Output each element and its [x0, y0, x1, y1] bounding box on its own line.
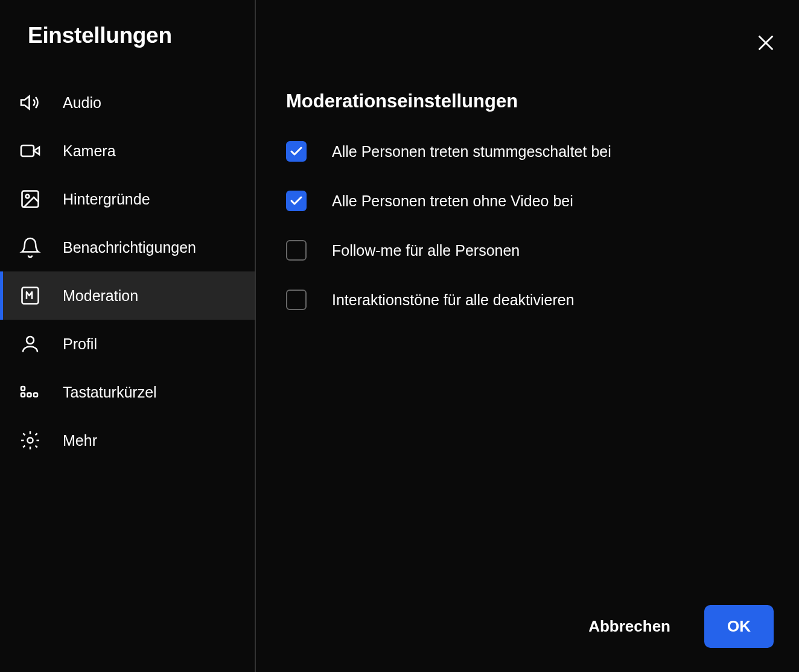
- sidebar-item-label: Benachrichtigungen: [63, 239, 196, 256]
- main-panel: Moderationseinstellungen Alle Personen t…: [256, 0, 799, 672]
- sidebar-item-label: Mehr: [63, 432, 97, 449]
- section-title: Moderationseinstellungen: [286, 90, 769, 112]
- moderation-icon: [19, 285, 41, 306]
- ok-button[interactable]: OK: [704, 605, 774, 648]
- cancel-button[interactable]: Abbrechen: [588, 617, 670, 636]
- check-icon: [289, 144, 304, 159]
- image-icon: [19, 188, 41, 210]
- sidebar-item-notifications[interactable]: Benachrichtigungen: [0, 223, 255, 271]
- bell-icon: [19, 236, 41, 258]
- check-icon: [289, 194, 304, 208]
- sidebar-item-label: Kamera: [63, 142, 116, 160]
- sidebar-item-backgrounds[interactable]: Hintergründe: [0, 175, 255, 223]
- sidebar-nav: Audio Kamera Hintergründe Benachrichtigu…: [0, 78, 255, 464]
- dialog-footer: Abbrechen OK: [256, 605, 799, 672]
- sidebar-item-camera[interactable]: Kamera: [0, 127, 255, 175]
- option-label: Follow-me für alle Personen: [332, 242, 520, 259]
- sidebar-item-label: Moderation: [63, 287, 138, 305]
- svg-point-4: [27, 337, 34, 344]
- checkbox-join-muted[interactable]: [286, 141, 307, 162]
- speaker-icon: [19, 92, 41, 113]
- settings-title: Einstellungen: [28, 23, 227, 48]
- sidebar: Einstellungen Audio Kamera Hintergründe: [0, 0, 256, 672]
- svg-point-9: [28, 438, 33, 443]
- sidebar-item-audio[interactable]: Audio: [0, 78, 255, 127]
- sidebar-item-shortcuts[interactable]: Tastaturkürzel: [0, 368, 255, 416]
- checkbox-follow-me[interactable]: [286, 240, 307, 261]
- user-icon: [19, 333, 41, 355]
- gear-icon: [19, 430, 41, 451]
- sidebar-item-profile[interactable]: Profil: [0, 320, 255, 368]
- option-follow-me: Follow-me für alle Personen: [286, 240, 769, 261]
- option-join-muted: Alle Personen treten stummgeschaltet bei: [286, 141, 769, 162]
- svg-rect-7: [34, 393, 37, 397]
- option-label: Interaktionstöne für alle deaktivieren: [332, 291, 575, 309]
- close-icon: [756, 33, 776, 53]
- option-disable-sounds: Interaktionstöne für alle deaktivieren: [286, 290, 769, 310]
- sidebar-header: Einstellungen: [0, 0, 255, 78]
- checkbox-disable-sounds[interactable]: [286, 290, 307, 310]
- svg-rect-0: [21, 145, 34, 156]
- sidebar-item-label: Audio: [63, 94, 101, 112]
- option-label: Alle Personen treten stummgeschaltet bei: [332, 143, 611, 160]
- svg-rect-8: [21, 387, 25, 390]
- sidebar-item-more[interactable]: Mehr: [0, 416, 255, 464]
- sidebar-item-label: Profil: [63, 335, 97, 353]
- svg-rect-5: [21, 393, 25, 397]
- camera-icon: [19, 140, 41, 162]
- svg-point-2: [26, 195, 30, 198]
- svg-rect-6: [28, 393, 31, 397]
- sidebar-item-label: Hintergründe: [63, 191, 150, 208]
- sidebar-item-label: Tastaturkürzel: [63, 384, 157, 401]
- keyboard-icon: [19, 381, 41, 403]
- checkbox-join-no-video[interactable]: [286, 191, 307, 211]
- close-button[interactable]: [754, 31, 777, 54]
- sidebar-item-moderation[interactable]: Moderation: [0, 271, 255, 320]
- option-label: Alle Personen treten ohne Video bei: [332, 192, 573, 210]
- option-join-no-video: Alle Personen treten ohne Video bei: [286, 191, 769, 211]
- content-area: Moderationseinstellungen Alle Personen t…: [256, 0, 799, 605]
